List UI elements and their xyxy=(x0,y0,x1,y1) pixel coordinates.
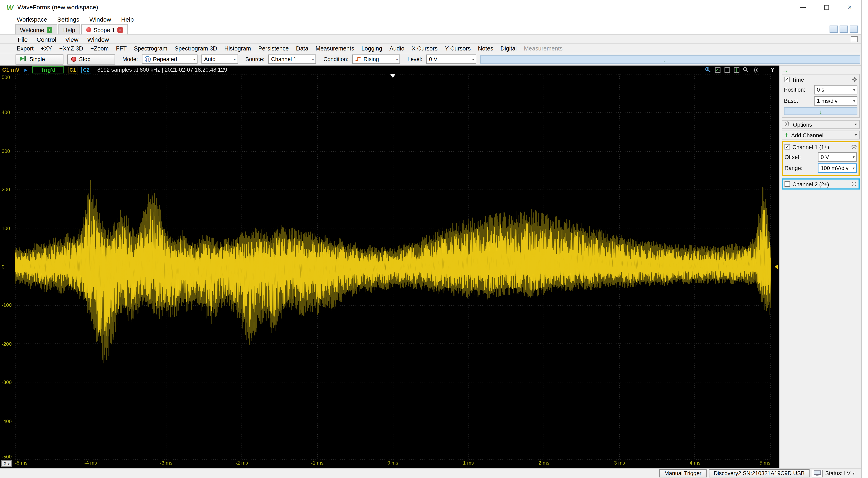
stop-button[interactable]: Stop xyxy=(67,54,115,64)
mode-select[interactable]: H Repeated ▾ xyxy=(142,55,197,64)
channel1-offset-marker[interactable] xyxy=(15,265,18,269)
time-position-indicator[interactable]: ↓ xyxy=(784,107,858,115)
channel1-offset-select[interactable]: 0 V ▾ xyxy=(818,152,857,162)
minimize-button[interactable] xyxy=(791,0,815,14)
add-channel-button[interactable]: + Add Channel ▾ xyxy=(782,131,860,140)
toolbar-item-audio[interactable]: Audio xyxy=(390,45,404,52)
channel1-checkbox[interactable]: ✓ xyxy=(784,144,790,149)
trigger-level-select[interactable]: 0 V ▾ xyxy=(426,55,476,64)
toolbar-item-logging[interactable]: Logging xyxy=(361,45,382,52)
toolbar-item-x-cursors[interactable]: X Cursors xyxy=(412,45,438,52)
fit-height-icon[interactable] xyxy=(733,66,740,73)
time-section-title: Time xyxy=(792,76,804,82)
device-button[interactable]: Discovery2 SN:210321A19C9D USB xyxy=(709,469,809,477)
chevron-down-icon: ▾ xyxy=(396,57,398,62)
cascade-windows-icon[interactable] xyxy=(850,26,858,33)
tile-windows-icon[interactable] xyxy=(840,26,848,33)
toolbar-item-spectrogram[interactable]: Spectrogram xyxy=(134,45,167,52)
trigger-position-marker[interactable] xyxy=(390,74,396,78)
chevron-down-icon: ▾ xyxy=(312,57,314,62)
detach-window-icon[interactable] xyxy=(851,36,858,42)
buffer-position-arrow-icon[interactable]: ↓ xyxy=(662,55,665,63)
toolbar-item-spectrogram3d[interactable]: Spectrogram 3D xyxy=(175,45,217,52)
trigger-condition-select[interactable]: Rising ▾ xyxy=(352,55,400,64)
scope-menu-view[interactable]: View xyxy=(65,36,79,42)
tab-scope1[interactable]: Scope 1 × xyxy=(81,25,128,34)
scope-body: C1 mV ► Trig'd C1 C2 8192 samples at 800… xyxy=(0,66,861,468)
channel1-title: Channel 1 (1±) xyxy=(793,144,829,150)
plot-settings-icon[interactable] xyxy=(752,66,759,73)
level-label: Level: xyxy=(407,56,422,62)
y-tick-label: 300 xyxy=(2,148,10,154)
menu-settings[interactable]: Settings xyxy=(57,16,80,23)
toolbar-item-measurements[interactable]: Measurements xyxy=(315,45,354,52)
restore-layout-icon[interactable] xyxy=(830,26,838,33)
scope-menu-window[interactable]: Window xyxy=(87,36,109,42)
trigger-mode-select[interactable]: Auto ▾ xyxy=(202,55,238,64)
fit-width-icon[interactable] xyxy=(723,66,731,73)
maximize-button[interactable] xyxy=(815,0,838,14)
toolbar-item-export[interactable]: Export xyxy=(17,45,34,52)
channel1-section: ✓ Channel 1 (1±) Offset: 0 V ▾ Range: 10… xyxy=(782,141,860,176)
channel1-badge[interactable]: C1 xyxy=(68,66,78,73)
scope-icon xyxy=(86,27,92,32)
time-settings-icon[interactable] xyxy=(852,77,858,82)
chevron-down-icon[interactable]: ▾ xyxy=(853,471,855,476)
manual-trigger-button[interactable]: Manual Trigger xyxy=(659,469,706,477)
tab-help[interactable]: Help xyxy=(58,25,80,34)
toolbar-item-digital[interactable]: Digital xyxy=(500,45,517,52)
close-button[interactable]: × xyxy=(838,0,862,14)
menu-window[interactable]: Window xyxy=(89,16,111,23)
x-tick-label: 3 ms xyxy=(614,460,625,466)
menu-workspace[interactable]: Workspace xyxy=(17,16,47,23)
zoom-in-icon[interactable] xyxy=(705,66,712,73)
channel2-section: Channel 2 (2±) xyxy=(782,178,860,190)
zoom-select-icon[interactable] xyxy=(742,66,750,73)
time-section: ✓ Time Position: 0 s ▾ Base: 1 ms/div ▾ xyxy=(782,74,860,118)
channel2-checkbox[interactable] xyxy=(784,181,790,187)
menu-help[interactable]: Help xyxy=(121,16,134,23)
y-tick-label: -300 xyxy=(2,380,11,385)
time-position-select[interactable]: 0 s ▾ xyxy=(814,85,858,95)
channel2-settings-icon[interactable] xyxy=(851,181,857,187)
toolbar-item-zoom[interactable]: +Zoom xyxy=(90,45,108,52)
tab-welcome[interactable]: Welcome + xyxy=(15,25,57,34)
channel2-badge[interactable]: C2 xyxy=(82,66,91,73)
toolbar-item-fft[interactable]: FFT xyxy=(116,45,127,52)
toolbar-item-data[interactable]: Data xyxy=(296,45,308,52)
options-button[interactable]: Options ▾ xyxy=(782,120,860,129)
y-tick-labels: 5004003002001000-100-200-300-400-500 xyxy=(2,74,15,460)
y-scrollbar[interactable] xyxy=(772,74,779,460)
channel1-range-label: Range: xyxy=(784,165,802,171)
scope-menu-control[interactable]: Control xyxy=(36,36,56,42)
time-base-select[interactable]: 1 ms/div ▾ xyxy=(814,96,858,105)
time-position-label: Position: xyxy=(784,87,805,93)
trigger-source-select[interactable]: Channel 1 ▾ xyxy=(269,55,316,64)
channel1-level-marker-icon[interactable] xyxy=(774,265,778,269)
toolbar-item-y-cursors[interactable]: Y Cursors xyxy=(445,45,471,52)
x-axis-button[interactable]: X ▾ xyxy=(1,460,11,467)
titlebar: W WaveForms (new workspace) × xyxy=(0,0,861,14)
channel2-title: Channel 2 (2±) xyxy=(793,181,829,187)
toolbar-item-xy[interactable]: +XY xyxy=(41,45,52,52)
scope-menu-file[interactable]: File xyxy=(18,36,28,42)
panel-expand-icon[interactable]: → xyxy=(782,66,788,74)
toolbar-item-notes[interactable]: Notes xyxy=(478,45,493,52)
device-monitor-icon[interactable] xyxy=(812,470,823,477)
chevron-down-icon: ▾ xyxy=(8,462,9,466)
toolbar-item-xyz3d[interactable]: +XYZ 3D xyxy=(59,45,83,52)
scope-canvas[interactable] xyxy=(15,74,771,460)
single-button[interactable]: Single xyxy=(16,54,63,64)
buffer-position-bar[interactable]: ↓ xyxy=(480,55,860,64)
capture-controls: Single Stop Mode: H Repeated ▾ Auto ▾ So… xyxy=(0,53,861,66)
fit-all-icon[interactable] xyxy=(714,66,721,73)
time-checkbox[interactable]: ✓ xyxy=(784,77,789,82)
toolbar-item-histogram[interactable]: Histogram xyxy=(224,45,251,52)
channel1-settings-icon[interactable] xyxy=(851,144,857,149)
chevron-down-icon: ▾ xyxy=(853,88,856,92)
y-axis-button[interactable]: Y xyxy=(771,67,774,73)
time-position-arrow-icon[interactable]: ↓ xyxy=(819,108,822,116)
toolbar-item-persistence[interactable]: Persistence xyxy=(258,45,289,52)
channel1-range-select[interactable]: 100 mV/div ▾ xyxy=(818,164,857,173)
tab-close-icon[interactable]: × xyxy=(117,27,123,32)
